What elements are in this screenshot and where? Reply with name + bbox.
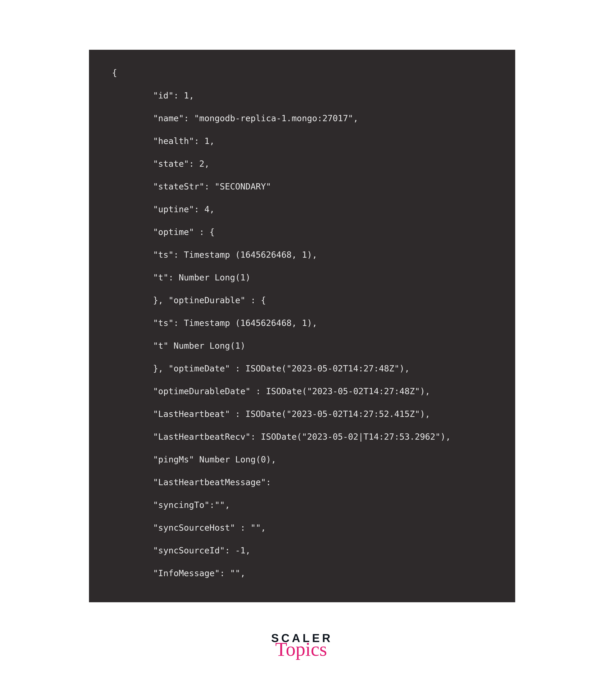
- code-line: "id": 1,: [112, 91, 492, 100]
- page: { "id": 1, "name": "mongodb-replica-1.mo…: [0, 0, 604, 700]
- code-line: }, "optineDurable" : {: [112, 296, 492, 304]
- code-line: "optimeDurableDate" : ISODate("2023-05-0…: [112, 387, 492, 395]
- code-line: "syncSourceHost" : "",: [112, 523, 492, 532]
- code-line: "pingMs" Number Long(0),: [112, 455, 492, 464]
- code-line: "t": Number Long(1): [112, 273, 492, 282]
- code-line: "LastHeartbeat" : ISODate("2023-05-02T14…: [112, 409, 492, 418]
- code-line: {: [112, 69, 492, 77]
- code-line: "uptine": 4,: [112, 205, 492, 214]
- code-line: "optime" : {: [112, 228, 492, 236]
- code-line: "stateStr": "SECONDARY": [112, 182, 492, 191]
- code-block: { "id": 1, "name": "mongodb-replica-1.mo…: [89, 50, 515, 602]
- code-line: "health": 1,: [112, 137, 492, 145]
- code-line: "LastHeartbeatMessage":: [112, 478, 492, 486]
- code-line: "syncSourceId": -1,: [112, 546, 492, 555]
- code-line: "ts": Timestamp (1645626468, 1),: [112, 250, 492, 259]
- code-line: "InfoMessage": "",: [112, 569, 492, 577]
- logo-text-topics: Topics: [269, 643, 333, 656]
- code-line: "ts": Timestamp (1645626468, 1),: [112, 319, 492, 327]
- code-line: "syncingTo":"",: [112, 501, 492, 509]
- scaler-topics-logo: SCALER Topics: [271, 632, 333, 656]
- brand-logo: SCALER Topics: [0, 632, 604, 656]
- code-line: "state": 2,: [112, 159, 492, 168]
- code-line: "t" Number Long(1): [112, 341, 492, 350]
- code-line: }, "optimeDate" : ISODate("2023-05-02T14…: [112, 364, 492, 373]
- code-line: "LastHeartbeatRecv": ISODate("2023-05-02…: [112, 432, 492, 441]
- code-line: "name": "mongodb-replica-1.mongo:27017",: [112, 114, 492, 122]
